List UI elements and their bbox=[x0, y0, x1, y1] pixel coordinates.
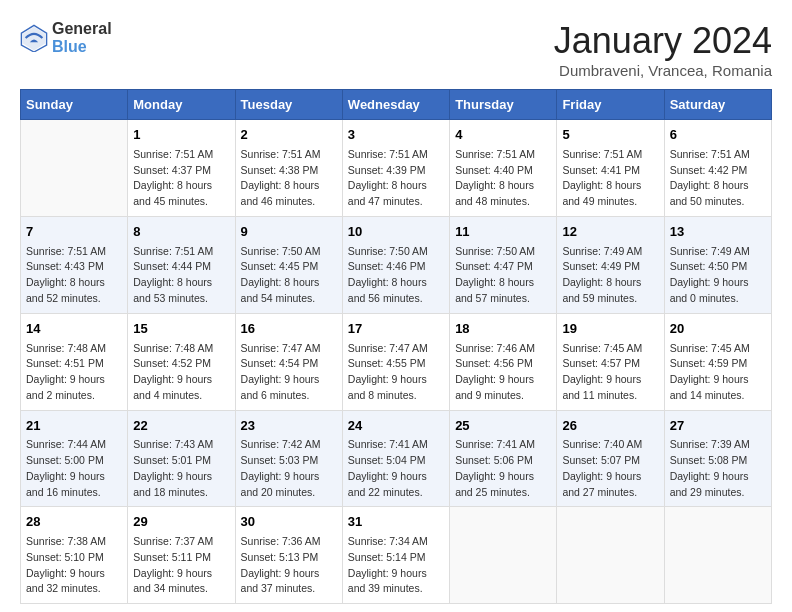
day-number: 18 bbox=[455, 320, 551, 339]
calendar-cell bbox=[664, 507, 771, 604]
day-info: Sunrise: 7:41 AMSunset: 5:04 PMDaylight:… bbox=[348, 437, 444, 500]
day-number: 27 bbox=[670, 417, 766, 436]
day-number: 15 bbox=[133, 320, 229, 339]
day-info: Sunrise: 7:39 AMSunset: 5:08 PMDaylight:… bbox=[670, 437, 766, 500]
day-info: Sunrise: 7:42 AMSunset: 5:03 PMDaylight:… bbox=[241, 437, 337, 500]
calendar-cell: 22Sunrise: 7:43 AMSunset: 5:01 PMDayligh… bbox=[128, 410, 235, 507]
day-info: Sunrise: 7:50 AMSunset: 4:46 PMDaylight:… bbox=[348, 244, 444, 307]
calendar-cell: 2Sunrise: 7:51 AMSunset: 4:38 PMDaylight… bbox=[235, 120, 342, 217]
calendar-cell bbox=[21, 120, 128, 217]
day-info: Sunrise: 7:51 AMSunset: 4:40 PMDaylight:… bbox=[455, 147, 551, 210]
day-info: Sunrise: 7:44 AMSunset: 5:00 PMDaylight:… bbox=[26, 437, 122, 500]
calendar-cell: 8Sunrise: 7:51 AMSunset: 4:44 PMDaylight… bbox=[128, 216, 235, 313]
calendar-cell: 1Sunrise: 7:51 AMSunset: 4:37 PMDaylight… bbox=[128, 120, 235, 217]
day-number: 26 bbox=[562, 417, 658, 436]
day-info: Sunrise: 7:49 AMSunset: 4:50 PMDaylight:… bbox=[670, 244, 766, 307]
day-info: Sunrise: 7:50 AMSunset: 4:45 PMDaylight:… bbox=[241, 244, 337, 307]
day-number: 31 bbox=[348, 513, 444, 532]
day-number: 25 bbox=[455, 417, 551, 436]
day-number: 22 bbox=[133, 417, 229, 436]
calendar-cell: 21Sunrise: 7:44 AMSunset: 5:00 PMDayligh… bbox=[21, 410, 128, 507]
calendar-cell: 15Sunrise: 7:48 AMSunset: 4:52 PMDayligh… bbox=[128, 313, 235, 410]
title-block: January 2024 Dumbraveni, Vrancea, Romani… bbox=[554, 20, 772, 79]
day-number: 11 bbox=[455, 223, 551, 242]
day-info: Sunrise: 7:47 AMSunset: 4:55 PMDaylight:… bbox=[348, 341, 444, 404]
logo-blue: Blue bbox=[52, 38, 112, 56]
calendar-cell: 26Sunrise: 7:40 AMSunset: 5:07 PMDayligh… bbox=[557, 410, 664, 507]
header-day-wednesday: Wednesday bbox=[342, 90, 449, 120]
calendar-cell: 30Sunrise: 7:36 AMSunset: 5:13 PMDayligh… bbox=[235, 507, 342, 604]
calendar-cell bbox=[450, 507, 557, 604]
calendar-cell: 4Sunrise: 7:51 AMSunset: 4:40 PMDaylight… bbox=[450, 120, 557, 217]
day-number: 24 bbox=[348, 417, 444, 436]
day-info: Sunrise: 7:41 AMSunset: 5:06 PMDaylight:… bbox=[455, 437, 551, 500]
calendar-body: 1Sunrise: 7:51 AMSunset: 4:37 PMDaylight… bbox=[21, 120, 772, 604]
day-info: Sunrise: 7:47 AMSunset: 4:54 PMDaylight:… bbox=[241, 341, 337, 404]
day-number: 14 bbox=[26, 320, 122, 339]
calendar-cell: 12Sunrise: 7:49 AMSunset: 4:49 PMDayligh… bbox=[557, 216, 664, 313]
header-day-thursday: Thursday bbox=[450, 90, 557, 120]
calendar-cell: 13Sunrise: 7:49 AMSunset: 4:50 PMDayligh… bbox=[664, 216, 771, 313]
calendar-cell: 19Sunrise: 7:45 AMSunset: 4:57 PMDayligh… bbox=[557, 313, 664, 410]
calendar-cell: 18Sunrise: 7:46 AMSunset: 4:56 PMDayligh… bbox=[450, 313, 557, 410]
day-info: Sunrise: 7:43 AMSunset: 5:01 PMDaylight:… bbox=[133, 437, 229, 500]
header-day-sunday: Sunday bbox=[21, 90, 128, 120]
day-info: Sunrise: 7:48 AMSunset: 4:51 PMDaylight:… bbox=[26, 341, 122, 404]
day-number: 12 bbox=[562, 223, 658, 242]
header-day-friday: Friday bbox=[557, 90, 664, 120]
day-number: 3 bbox=[348, 126, 444, 145]
day-info: Sunrise: 7:38 AMSunset: 5:10 PMDaylight:… bbox=[26, 534, 122, 597]
calendar-cell: 23Sunrise: 7:42 AMSunset: 5:03 PMDayligh… bbox=[235, 410, 342, 507]
day-info: Sunrise: 7:48 AMSunset: 4:52 PMDaylight:… bbox=[133, 341, 229, 404]
day-number: 16 bbox=[241, 320, 337, 339]
calendar-cell: 31Sunrise: 7:34 AMSunset: 5:14 PMDayligh… bbox=[342, 507, 449, 604]
day-number: 7 bbox=[26, 223, 122, 242]
calendar-cell: 27Sunrise: 7:39 AMSunset: 5:08 PMDayligh… bbox=[664, 410, 771, 507]
header-day-tuesday: Tuesday bbox=[235, 90, 342, 120]
page-header: General Blue January 2024 Dumbraveni, Vr… bbox=[20, 20, 772, 79]
day-number: 21 bbox=[26, 417, 122, 436]
day-info: Sunrise: 7:51 AMSunset: 4:39 PMDaylight:… bbox=[348, 147, 444, 210]
calendar-cell: 7Sunrise: 7:51 AMSunset: 4:43 PMDaylight… bbox=[21, 216, 128, 313]
day-number: 23 bbox=[241, 417, 337, 436]
day-info: Sunrise: 7:46 AMSunset: 4:56 PMDaylight:… bbox=[455, 341, 551, 404]
day-number: 4 bbox=[455, 126, 551, 145]
calendar-week-5: 28Sunrise: 7:38 AMSunset: 5:10 PMDayligh… bbox=[21, 507, 772, 604]
calendar-cell: 9Sunrise: 7:50 AMSunset: 4:45 PMDaylight… bbox=[235, 216, 342, 313]
day-number: 19 bbox=[562, 320, 658, 339]
calendar-cell: 25Sunrise: 7:41 AMSunset: 5:06 PMDayligh… bbox=[450, 410, 557, 507]
day-number: 20 bbox=[670, 320, 766, 339]
day-number: 8 bbox=[133, 223, 229, 242]
calendar-week-4: 21Sunrise: 7:44 AMSunset: 5:00 PMDayligh… bbox=[21, 410, 772, 507]
calendar-cell: 5Sunrise: 7:51 AMSunset: 4:41 PMDaylight… bbox=[557, 120, 664, 217]
calendar-cell: 6Sunrise: 7:51 AMSunset: 4:42 PMDaylight… bbox=[664, 120, 771, 217]
day-info: Sunrise: 7:34 AMSunset: 5:14 PMDaylight:… bbox=[348, 534, 444, 597]
day-number: 9 bbox=[241, 223, 337, 242]
day-number: 1 bbox=[133, 126, 229, 145]
day-info: Sunrise: 7:51 AMSunset: 4:38 PMDaylight:… bbox=[241, 147, 337, 210]
day-number: 10 bbox=[348, 223, 444, 242]
calendar-week-3: 14Sunrise: 7:48 AMSunset: 4:51 PMDayligh… bbox=[21, 313, 772, 410]
calendar-week-1: 1Sunrise: 7:51 AMSunset: 4:37 PMDaylight… bbox=[21, 120, 772, 217]
calendar-cell: 20Sunrise: 7:45 AMSunset: 4:59 PMDayligh… bbox=[664, 313, 771, 410]
day-info: Sunrise: 7:49 AMSunset: 4:49 PMDaylight:… bbox=[562, 244, 658, 307]
day-number: 29 bbox=[133, 513, 229, 532]
day-info: Sunrise: 7:51 AMSunset: 4:42 PMDaylight:… bbox=[670, 147, 766, 210]
calendar-cell: 11Sunrise: 7:50 AMSunset: 4:47 PMDayligh… bbox=[450, 216, 557, 313]
calendar-cell: 24Sunrise: 7:41 AMSunset: 5:04 PMDayligh… bbox=[342, 410, 449, 507]
calendar-cell: 10Sunrise: 7:50 AMSunset: 4:46 PMDayligh… bbox=[342, 216, 449, 313]
calendar-cell: 28Sunrise: 7:38 AMSunset: 5:10 PMDayligh… bbox=[21, 507, 128, 604]
calendar-week-2: 7Sunrise: 7:51 AMSunset: 4:43 PMDaylight… bbox=[21, 216, 772, 313]
day-number: 6 bbox=[670, 126, 766, 145]
day-info: Sunrise: 7:51 AMSunset: 4:41 PMDaylight:… bbox=[562, 147, 658, 210]
day-info: Sunrise: 7:40 AMSunset: 5:07 PMDaylight:… bbox=[562, 437, 658, 500]
logo: General Blue bbox=[20, 20, 112, 55]
day-info: Sunrise: 7:45 AMSunset: 4:59 PMDaylight:… bbox=[670, 341, 766, 404]
day-info: Sunrise: 7:51 AMSunset: 4:43 PMDaylight:… bbox=[26, 244, 122, 307]
logo-icon bbox=[20, 24, 48, 52]
day-info: Sunrise: 7:51 AMSunset: 4:44 PMDaylight:… bbox=[133, 244, 229, 307]
day-info: Sunrise: 7:37 AMSunset: 5:11 PMDaylight:… bbox=[133, 534, 229, 597]
day-number: 17 bbox=[348, 320, 444, 339]
day-number: 5 bbox=[562, 126, 658, 145]
header-day-saturday: Saturday bbox=[664, 90, 771, 120]
